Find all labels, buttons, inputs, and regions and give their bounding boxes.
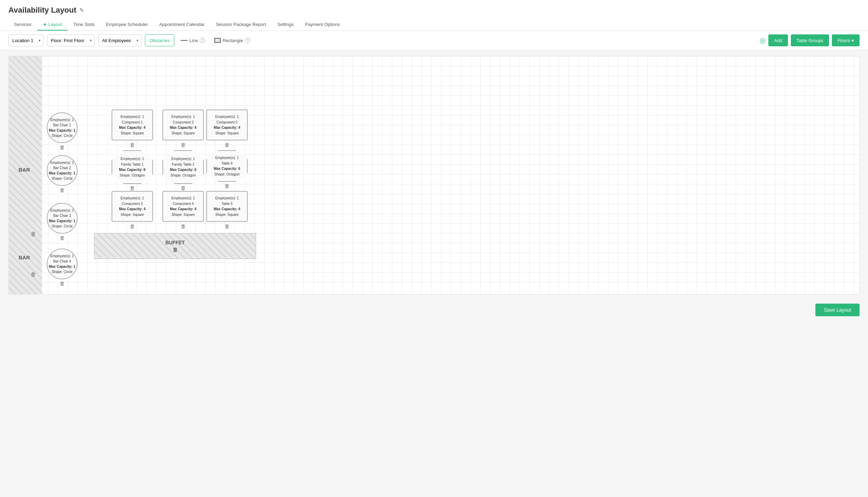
tab-payment-options[interactable]: Payment Options	[299, 19, 346, 31]
table-bar-chair-3[interactable]: Employee(s): 1 Bar Chair 3 Max Capacity:…	[47, 203, 78, 234]
table-family-2[interactable]: Employee(s): 1 Family Table 2 Max Capaci…	[162, 150, 204, 191]
app-title: Availability Layout ✎	[8, 6, 860, 15]
tab-time-slots[interactable]: Time Slots	[68, 19, 100, 31]
layout-canvas[interactable]: BAR BAR 🗑 🗑 Employee(s): 1 Bar Chair 1 M…	[8, 56, 860, 294]
table-5[interactable]: Employee(s): 1 Table 5 Max Capacity: 4 S…	[206, 191, 248, 229]
circle-status-icon[interactable]: ◎	[760, 36, 766, 45]
table-component-2[interactable]: Employee(s): 1 Component 2 Max Capacity:…	[162, 110, 204, 147]
delete-component-3[interactable]: 🗑	[112, 223, 153, 229]
delete-component-4[interactable]: 🗑	[162, 223, 204, 229]
bar-delete-bottom[interactable]: 🗑	[31, 271, 36, 278]
star-icon: ★	[43, 22, 47, 27]
delete-bar-chair-3[interactable]: 🗑	[47, 235, 78, 241]
floor-select[interactable]: Floor: First Floor	[47, 34, 95, 46]
save-layout-button[interactable]: Save Layout	[815, 304, 860, 316]
table-6[interactable]: Employee(s): 1 Table 6 Max Capacity: 6 S…	[206, 150, 248, 189]
delete-table-6[interactable]: 🗑	[206, 183, 248, 189]
tab-appointment-calendar[interactable]: Appointment Calendar	[154, 19, 210, 31]
buffet-obstacle[interactable]: BUFFET 🗑	[94, 233, 256, 259]
obstacles-label: Obstacles	[149, 38, 170, 43]
toolbar-right: ◎ Add Table Groups Floors ▾	[760, 34, 860, 46]
add-button[interactable]: Add	[768, 34, 788, 46]
delete-buffet[interactable]: 🗑	[173, 247, 178, 253]
location-select[interactable]: Location 1	[8, 34, 44, 46]
line-tool[interactable]: Line ?	[178, 36, 208, 45]
table-bar-chair-4[interactable]: Employee(s): 1 Bar Chair 4 Max Capacity:…	[47, 249, 78, 279]
delete-family-1[interactable]: 🗑	[112, 185, 153, 191]
canvas-area: BAR BAR 🗑 🗑 Employee(s): 1 Bar Chair 1 M…	[0, 50, 868, 300]
bar-label-top: BAR	[19, 167, 30, 173]
buffet-label: BUFFET	[165, 240, 185, 245]
tab-services[interactable]: Services	[8, 19, 37, 31]
bar-label-bottom: BAR	[19, 254, 30, 260]
nav-tabs: Services ★ Layout Time Slots Employee Sc…	[8, 19, 860, 31]
table-family-1[interactable]: Employee(s): 1 Family Table 1 Max Capaci…	[112, 150, 153, 191]
table-component-1[interactable]: Employee(s): 1 Component 1 Max Capacity:…	[112, 110, 153, 147]
tab-session-package-report[interactable]: Session Package Report	[210, 19, 272, 31]
floors-chevron-icon: ▾	[852, 38, 854, 43]
table-bar-chair-1[interactable]: Employee(s): 1 Bar Chair 1 Max Capacity:…	[47, 112, 78, 143]
table-component-5[interactable]: Employee(s): 1 Component 5 Max Capacity:…	[206, 110, 248, 147]
floor-select-wrap: Floor: First Floor	[47, 34, 95, 46]
edit-icon[interactable]: ✎	[79, 7, 84, 14]
tab-settings[interactable]: Settings	[272, 19, 299, 31]
floors-button[interactable]: Floors ▾	[832, 34, 860, 46]
delete-family-2[interactable]: 🗑	[162, 185, 204, 191]
delete-bar-chair-4[interactable]: 🗑	[47, 280, 78, 286]
delete-component-5[interactable]: 🗑	[206, 142, 248, 148]
line-icon	[181, 40, 188, 41]
employees-select[interactable]: All Employees	[98, 34, 141, 46]
delete-component-1[interactable]: 🗑	[112, 142, 153, 148]
tab-layout[interactable]: ★ Layout	[37, 19, 68, 31]
line-label: Line	[189, 38, 198, 43]
table-component-4[interactable]: Employee(s): 1 Component 4 Max Capacity:…	[162, 191, 204, 229]
bottom-bar: Save Layout	[0, 300, 868, 320]
delete-bar-chair-1[interactable]: 🗑	[47, 144, 78, 150]
delete-component-2[interactable]: 🗑	[162, 142, 204, 148]
rectangle-tool[interactable]: Rectangle ?	[212, 36, 253, 45]
delete-bar-chair-2[interactable]: 🗑	[47, 187, 78, 193]
toolbar: Location 1 Floor: First Floor All Employ…	[0, 31, 868, 50]
tab-employee-scheduler[interactable]: Employee Scheduler	[100, 19, 154, 31]
line-help-icon[interactable]: ?	[200, 38, 205, 43]
app-header: Availability Layout ✎ Services ★ Layout …	[0, 0, 868, 31]
table-bar-chair-2[interactable]: Employee(s): 1 Bar Chair 2 Max Capacity:…	[47, 155, 78, 186]
table-groups-button[interactable]: Table Groups	[791, 34, 829, 46]
rectangle-help-icon[interactable]: ?	[245, 38, 251, 43]
location-select-wrap: Location 1	[8, 34, 44, 46]
obstacles-button[interactable]: Obstacles	[145, 34, 174, 46]
employees-select-wrap: All Employees	[98, 34, 141, 46]
bar-delete-top[interactable]: 🗑	[31, 231, 36, 237]
table-component-3[interactable]: Employee(s): 1 Component 3 Max Capacity:…	[112, 191, 153, 229]
delete-table-5[interactable]: 🗑	[206, 223, 248, 229]
rectangle-label: Rectangle	[222, 38, 243, 43]
rectangle-icon	[214, 38, 221, 43]
title-text: Availability Layout	[8, 6, 76, 15]
